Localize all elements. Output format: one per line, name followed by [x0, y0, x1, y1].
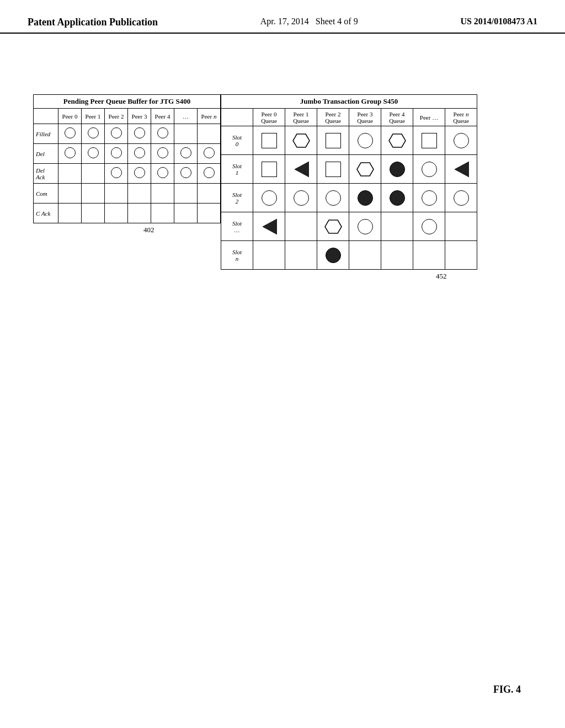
svg-marker-5: [263, 219, 277, 234]
table-row: Slot0: [221, 126, 477, 155]
cell: [128, 144, 151, 164]
left-table-title: Pending Peer Queue Buffer for JTG S400: [33, 94, 221, 108]
cell: [198, 204, 221, 223]
cell: [128, 164, 151, 184]
cell: [174, 204, 198, 223]
circle-icon: [157, 167, 168, 178]
triangle-left-filled-icon: [454, 160, 469, 178]
right-col-peerellipsis: Peer …: [413, 109, 445, 126]
hex-outline-icon: [292, 133, 310, 148]
cell: [58, 124, 82, 144]
cell-sn-p4: [381, 241, 413, 270]
table-row: DelAck: [34, 164, 221, 184]
cell: [105, 144, 128, 164]
circle-icon: [134, 127, 145, 138]
circle-icon: [204, 147, 215, 158]
cell: [105, 204, 128, 223]
ref-452-label: 452: [436, 272, 565, 281]
cell-s0-p1: [285, 126, 317, 155]
cell: [82, 124, 105, 144]
row-label-del: Del: [34, 144, 58, 164]
svg-marker-3: [357, 163, 374, 176]
cell-s0-pn: [445, 126, 477, 155]
cell: [82, 184, 105, 204]
cell-s0-p4: [381, 126, 413, 155]
circle-outline-icon: [262, 190, 277, 206]
hex-outline-icon: [356, 162, 374, 177]
svg-marker-0: [293, 134, 310, 147]
cell-se-p3: [349, 212, 381, 241]
header-left: Patent Application Publication: [28, 17, 158, 28]
cell-s0-p2: [317, 126, 349, 155]
circle-outline-icon: [294, 190, 309, 206]
circle-icon: [157, 147, 168, 158]
cell-s1-p4: [381, 155, 413, 184]
slot-label-0: Slot0: [221, 126, 253, 155]
cell: [82, 164, 105, 184]
right-table: Peer 0Queue Peer 1Queue Peer 2Queue Peer…: [221, 108, 477, 270]
right-col-peer0q: Peer 0Queue: [253, 109, 285, 126]
triangle-left-filled-icon: [294, 160, 309, 178]
cell-s2-p3: [349, 184, 381, 212]
cell-s2-pn: [445, 184, 477, 212]
left-table-container: Pending Peer Queue Buffer for JTG S400 P…: [33, 94, 221, 234]
cell: [58, 204, 82, 223]
left-col-ellipsis: …: [174, 109, 198, 124]
cell-sn-p3: [349, 241, 381, 270]
row-label-filled: Filled: [34, 124, 58, 144]
cell: [151, 204, 174, 223]
cell-s2-p0: [253, 184, 285, 212]
circle-outline-icon: [422, 162, 437, 177]
left-col-peer3: Peer 3: [128, 109, 151, 124]
table-row: Com: [34, 184, 221, 204]
cell: [151, 144, 174, 164]
header-sheet: Sheet 4 of 9: [316, 17, 358, 26]
cell-s1-p0: [253, 155, 285, 184]
cell-se-pe: [413, 212, 445, 241]
circle-icon: [134, 167, 145, 178]
cell-se-p2: [317, 212, 349, 241]
circle-icon: [111, 127, 122, 138]
circle-icon: [65, 127, 76, 138]
left-col-peer1: Peer 1: [82, 109, 105, 124]
cell-se-p0: [253, 212, 285, 241]
cell: [151, 164, 174, 184]
cell-se-p1: [285, 212, 317, 241]
cell-s2-pe: [413, 184, 445, 212]
svg-marker-1: [389, 134, 406, 147]
hex-outline-icon: [324, 219, 342, 234]
cell: [128, 204, 151, 223]
cell-sn-pe: [413, 241, 445, 270]
page-header: Patent Application Publication Apr. 17, …: [0, 0, 565, 34]
cell-s2-p1: [285, 184, 317, 212]
right-col-peer4q: Peer 4Queue: [381, 109, 413, 126]
slot-label-n: Slotn: [221, 241, 253, 270]
circle-icon: [111, 147, 122, 158]
cell: [58, 164, 82, 184]
circle-outline-icon: [454, 133, 469, 148]
left-col-label-header: [34, 109, 58, 124]
right-col-peer2q: Peer 2Queue: [317, 109, 349, 126]
right-col-peernq: Peer nQueue: [445, 109, 477, 126]
left-table: Peer 0 Peer 1 Peer 2 Peer 3 Peer 4 … Pee…: [33, 108, 221, 223]
circle-icon: [204, 167, 215, 178]
header-center: Apr. 17, 2014 Sheet 4 of 9: [260, 17, 358, 26]
cell-s0-p0: [253, 126, 285, 155]
slot-label-2: Slot2: [221, 184, 253, 212]
right-table-container: Jumbo Transaction Group S450 Peer 0Queue…: [221, 94, 477, 281]
table-row: Del: [34, 144, 221, 164]
square-icon: [262, 133, 277, 148]
left-col-peer4: Peer 4: [151, 109, 174, 124]
cell: [151, 184, 174, 204]
cell: [58, 184, 82, 204]
square-icon: [422, 133, 437, 148]
right-col-slot-header: [221, 109, 253, 126]
right-col-peer1q: Peer 1Queue: [285, 109, 317, 126]
header-date: Apr. 17, 2014: [260, 17, 309, 26]
row-label-cack: C Ack: [34, 204, 58, 223]
cell-se-pn: [445, 212, 477, 241]
cell: [174, 164, 198, 184]
cell: [174, 184, 198, 204]
svg-marker-4: [455, 162, 469, 177]
table-row: Slot2: [221, 184, 477, 212]
